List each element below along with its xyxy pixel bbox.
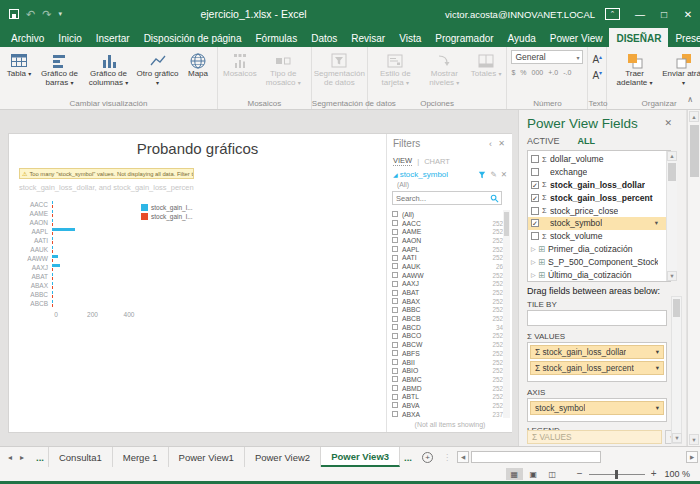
chart-bar[interactable] (52, 300, 53, 303)
account-name[interactable]: victor.acosta@INNOVANET.LOCAL (445, 9, 595, 20)
checkbox[interactable] (392, 290, 398, 296)
chart-bar[interactable] (52, 237, 53, 240)
ribbon-tab-ayuda[interactable]: Ayuda (501, 28, 543, 47)
ribbon-display-options-icon[interactable]: ⌃ (605, 8, 620, 20)
scroll-left-icon[interactable]: ◀ (457, 451, 469, 463)
tile-by-area[interactable] (527, 310, 667, 326)
filter-item[interactable]: ABAX252 (392, 297, 505, 306)
filter-item[interactable]: ABMD252 (392, 384, 505, 393)
normal-view-icon[interactable]: ▦ (506, 468, 523, 480)
field-item-stock-symbol[interactable]: ✓stock_symbol▾ (528, 217, 670, 230)
traer-adelante-button[interactable]: Traer adelante ▾ (611, 50, 658, 88)
checkbox[interactable] (392, 368, 398, 374)
checkbox[interactable] (392, 385, 398, 391)
filter-item[interactable]: ABBC252 (392, 306, 505, 315)
chart-bar[interactable] (52, 201, 53, 204)
sheet-tab-power-view1[interactable]: Power View1 (169, 447, 245, 467)
checkbox[interactable] (392, 359, 398, 365)
checkbox[interactable]: ✓ (531, 219, 539, 227)
field-item-stock-gain-loss-dollar[interactable]: ✓Σstock_gain_loss_dollar (531, 179, 658, 192)
ribbon-tab-presentaci-n[interactable]: Presentación (668, 28, 700, 47)
chart-bar[interactable] (52, 241, 53, 244)
checkbox[interactable] (392, 350, 398, 356)
collapse-field-icon[interactable]: ◢ (393, 171, 398, 178)
checkbox[interactable] (392, 255, 398, 261)
chart-bar[interactable] (52, 205, 53, 208)
field-item-exchange[interactable]: exchange (531, 166, 658, 179)
filter-item[interactable]: ABAT252 (392, 288, 505, 297)
scroll-right-icon[interactable]: ▶ (686, 451, 698, 463)
table-item-ltimo-dia-cotizaci-n[interactable]: ▷⊞Último_dia_cotización (531, 268, 658, 281)
redo-icon[interactable]: ↷ (42, 8, 51, 21)
horizontal-scrollbar[interactable]: ◀ ▶ (455, 447, 700, 467)
accounting-format-icon[interactable]: $ (511, 69, 515, 76)
checkbox[interactable] (392, 237, 398, 243)
sheet-tab-power-view3[interactable]: Power View3 (321, 447, 400, 467)
values-pill[interactable]: Σ stock_gain_loss_dollar▾ (530, 345, 664, 359)
filter-list-scrollbar[interactable] (503, 210, 510, 418)
search-icon[interactable] (490, 194, 499, 203)
checkbox[interactable] (531, 232, 539, 240)
expand-icon[interactable]: ▷ (531, 245, 538, 252)
axis-pill[interactable]: stock_symbol▾ (530, 401, 664, 415)
percent-style-icon[interactable]: % (520, 69, 526, 76)
mapa-button[interactable]: Mapa (183, 50, 213, 80)
chart-bar[interactable] (52, 277, 53, 280)
ribbon-tab-f-rmulas[interactable]: Fórmulas (248, 28, 304, 47)
checkbox[interactable] (392, 229, 398, 235)
chart-bar[interactable] (52, 291, 53, 294)
chart-bar[interactable] (52, 295, 53, 298)
checkbox[interactable] (392, 272, 398, 278)
chart-bar[interactable] (52, 264, 60, 267)
checkbox[interactable] (392, 246, 398, 252)
sheet-tab-consulta1[interactable]: Consulta1 (48, 447, 113, 467)
zoom-in-icon[interactable]: + (651, 469, 657, 479)
zoom-level[interactable]: 100 % (664, 469, 690, 479)
chart-legend-item[interactable]: stock_gain_l... (141, 203, 193, 212)
fields-tab-all[interactable]: ALL (578, 136, 596, 146)
checkbox[interactable] (392, 307, 398, 313)
next-sheet-icon[interactable]: ▸ (20, 453, 24, 462)
checkbox[interactable] (392, 220, 398, 226)
chart-bar[interactable] (52, 246, 53, 249)
filter-field-header[interactable]: ◢ stock_symbol (393, 170, 448, 179)
ribbon-tab-revisar[interactable]: Revisar (344, 28, 392, 47)
filter-item[interactable]: AAWW252 (392, 271, 505, 280)
checkbox[interactable] (392, 333, 398, 339)
filter-item[interactable]: (All) (392, 210, 505, 219)
chevron-down-icon[interactable]: ▾ (655, 219, 658, 227)
checkbox[interactable] (392, 394, 398, 400)
areas-scrollbar[interactable]: ▼ (671, 296, 682, 444)
zoom-slider[interactable] (589, 474, 645, 475)
prev-sheet-icon[interactable]: ◂ (8, 453, 12, 462)
field-item-stock-gain-loss-percent[interactable]: ✓Σstock_gain_loss_percent (531, 191, 658, 204)
checkbox[interactable] (531, 168, 539, 176)
filter-item[interactable]: AAUK26 (392, 262, 505, 271)
close-button[interactable]: ✕ (676, 0, 700, 28)
ribbon-tab-programador[interactable]: Programador (428, 28, 500, 47)
tabla-button[interactable]: Tabla ▾ (4, 50, 34, 80)
sheet-tab-merge-1[interactable]: Merge 1 (113, 447, 169, 467)
checkbox[interactable] (531, 207, 539, 215)
chart-bar[interactable] (52, 223, 53, 226)
increase-decimal-icon[interactable]: +.0 (548, 69, 558, 76)
checkbox[interactable]: ✓ (531, 194, 539, 202)
chevron-down-icon[interactable]: ▾ (656, 364, 659, 372)
number-format-select[interactable]: General▾ (511, 50, 583, 64)
checkbox[interactable] (531, 155, 539, 163)
checkbox[interactable]: ✓ (531, 181, 539, 189)
filter-item[interactable]: AAON252 (392, 236, 505, 245)
scrollbar-thumb[interactable] (668, 163, 676, 181)
zoom-out-icon[interactable]: − (577, 469, 583, 479)
ribbon-tab-disposici-n-de-p-gina[interactable]: Disposición de página (137, 28, 249, 47)
chart-bar[interactable] (52, 273, 53, 276)
chart-bar[interactable] (52, 210, 53, 213)
scroll-up-icon[interactable]: ▲ (689, 111, 699, 122)
scroll-down-icon[interactable]: ▼ (672, 433, 682, 443)
save-icon[interactable] (9, 9, 19, 19)
chart-bar[interactable] (52, 259, 53, 262)
chart-legend-item[interactable]: stock_gain_l... (141, 212, 193, 221)
checkbox[interactable] (392, 342, 398, 348)
filter-item[interactable]: ABVA252 (392, 401, 505, 410)
scroll-down-icon[interactable]: ▼ (667, 271, 677, 281)
